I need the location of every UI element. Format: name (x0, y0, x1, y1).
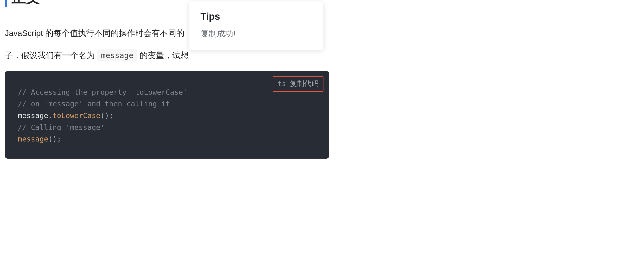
paragraph-text: JavaScript 的每个值执行不同的操作时会有不同的 (5, 29, 184, 38)
code-call: message (18, 135, 48, 143)
code-punctuation: . (48, 111, 52, 120)
copy-code-button[interactable]: 复制代码 (290, 79, 319, 89)
section-heading-text: 正文 (12, 0, 40, 5)
toast-message: 复制成功! (200, 28, 312, 39)
code-language-badge: ts (278, 80, 286, 88)
code-identifier: message (18, 111, 48, 120)
code-comment: // on 'message' and then calling it (18, 99, 170, 108)
code-punctuation: (); (100, 111, 113, 120)
code-comment: // Calling 'message' (18, 123, 105, 132)
tips-toast: Tips 复制成功! (189, 2, 323, 50)
toast-title: Tips (200, 11, 312, 22)
paragraph-text-prefix: 子，假设我们有一个名为 (5, 51, 97, 60)
heading-accent-bar (5, 0, 7, 7)
code-punctuation: (); (48, 135, 61, 143)
article-page: 正文 JavaScript 的每个值执行不同的操作时会有不同的 子，假设我们有一… (0, 0, 644, 252)
code-content: // Accessing the property 'toLowerCase' … (18, 86, 316, 145)
code-block-actions: ts 复制代码 (273, 76, 324, 92)
code-method: toLowerCase (53, 111, 100, 120)
inline-code: message (97, 49, 137, 61)
paragraph-line-2: 子，假设我们有一个名为 message 的变量，试想 (5, 49, 639, 62)
paragraph-text-suffix: 的变量，试想 (140, 51, 189, 60)
code-block: ts 复制代码 // Accessing the property 'toLow… (5, 71, 329, 159)
code-comment: // Accessing the property 'toLowerCase' (18, 88, 187, 96)
